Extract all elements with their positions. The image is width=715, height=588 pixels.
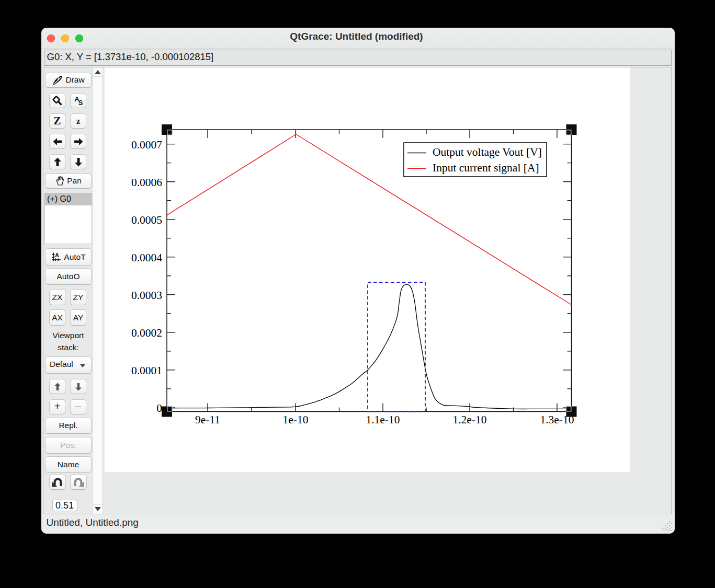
svg-text:0.0003: 0.0003 (131, 289, 162, 302)
svg-text:1.1e-10: 1.1e-10 (366, 413, 400, 426)
svg-text:Output voltage Vout [V]: Output voltage Vout [V] (433, 146, 542, 158)
svg-text:0.0004: 0.0004 (131, 251, 162, 264)
svg-text:S: S (78, 99, 83, 107)
svg-text:0.0006: 0.0006 (131, 176, 162, 189)
svg-text:A: A (55, 252, 59, 258)
svg-text:0.0002: 0.0002 (131, 327, 162, 339)
svg-text:0.0005: 0.0005 (131, 214, 162, 226)
svg-text:0: 0 (156, 402, 162, 414)
svg-text:1.2e-10: 1.2e-10 (452, 413, 486, 426)
svg-text:Input current signal [A]: Input current signal [A] (433, 162, 539, 174)
svg-text:9e-11: 9e-11 (195, 413, 220, 426)
svg-text:1e-10: 1e-10 (283, 413, 309, 426)
svg-text:0.0001: 0.0001 (131, 364, 162, 377)
svg-text:0.0007: 0.0007 (131, 139, 162, 151)
